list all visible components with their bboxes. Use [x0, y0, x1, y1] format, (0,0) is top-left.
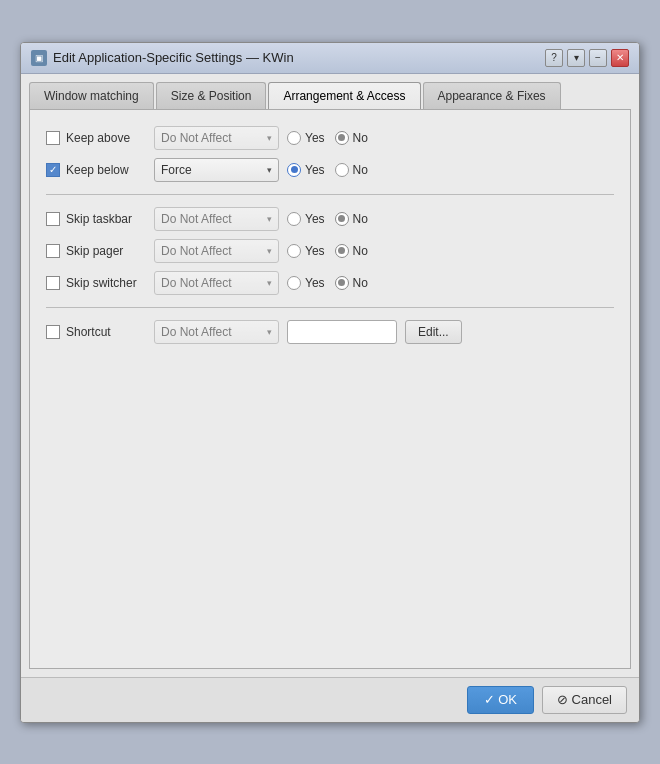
- keep-above-dropdown-arrow: ▾: [267, 133, 272, 143]
- skip-switcher-radio-yes[interactable]: Yes: [287, 276, 325, 290]
- row-shortcut: Shortcut Do Not Affect ▾ Edit...: [46, 320, 614, 344]
- close-button[interactable]: ✕: [611, 49, 629, 67]
- row-keep-above: Keep above Do Not Affect ▾ Yes No: [46, 126, 614, 150]
- skip-taskbar-label-group: Skip taskbar: [46, 212, 146, 226]
- skip-taskbar-radio-group: Yes No: [287, 212, 368, 226]
- divider-2: [46, 307, 614, 308]
- tab-appearance-fixes[interactable]: Appearance & Fixes: [423, 82, 561, 109]
- row-keep-below: Keep below Force ▾ Yes No: [46, 158, 614, 182]
- keep-above-dropdown[interactable]: Do Not Affect ▾: [154, 126, 279, 150]
- shortcut-dropdown[interactable]: Do Not Affect ▾: [154, 320, 279, 344]
- help-button[interactable]: ?: [545, 49, 563, 67]
- tab-size-position[interactable]: Size & Position: [156, 82, 267, 109]
- keep-below-dropdown-arrow: ▾: [267, 165, 272, 175]
- skip-taskbar-dropdown[interactable]: Do Not Affect ▾: [154, 207, 279, 231]
- tab-content-arrangement: Keep above Do Not Affect ▾ Yes No: [29, 109, 631, 669]
- keep-below-checkbox[interactable]: [46, 163, 60, 177]
- shortcut-dropdown-arrow: ▾: [267, 327, 272, 337]
- keep-below-radio-group: Yes No: [287, 163, 368, 177]
- skip-switcher-label: Skip switcher: [66, 276, 137, 290]
- main-window: ▣ Edit Application-Specific Settings — K…: [20, 42, 640, 723]
- window-icon: ▣: [31, 50, 47, 66]
- edit-button[interactable]: Edit...: [405, 320, 462, 344]
- keep-below-label: Keep below: [66, 163, 129, 177]
- divider-1: [46, 194, 614, 195]
- skip-taskbar-radio-no-circle: [335, 212, 349, 226]
- skip-pager-radio-yes[interactable]: Yes: [287, 244, 325, 258]
- shortcut-label: Shortcut: [66, 325, 111, 339]
- minimize-button[interactable]: −: [589, 49, 607, 67]
- keep-above-radio-no[interactable]: No: [335, 131, 368, 145]
- ok-button[interactable]: ✓ OK: [467, 686, 534, 714]
- window-content: Window matching Size & Position Arrangem…: [21, 74, 639, 677]
- shortcut-label-group: Shortcut: [46, 325, 146, 339]
- shade-button[interactable]: ▾: [567, 49, 585, 67]
- skip-taskbar-radio-yes[interactable]: Yes: [287, 212, 325, 226]
- keep-below-dropdown[interactable]: Force ▾: [154, 158, 279, 182]
- tab-bar: Window matching Size & Position Arrangem…: [29, 82, 631, 109]
- row-skip-taskbar: Skip taskbar Do Not Affect ▾ Yes No: [46, 207, 614, 231]
- skip-switcher-radio-no[interactable]: No: [335, 276, 368, 290]
- tab-window-matching[interactable]: Window matching: [29, 82, 154, 109]
- skip-switcher-dropdown[interactable]: Do Not Affect ▾: [154, 271, 279, 295]
- skip-switcher-radio-yes-circle: [287, 276, 301, 290]
- keep-below-label-group: Keep below: [46, 163, 146, 177]
- skip-pager-dropdown[interactable]: Do Not Affect ▾: [154, 239, 279, 263]
- keep-below-radio-no[interactable]: No: [335, 163, 368, 177]
- keep-above-radio-yes[interactable]: Yes: [287, 131, 325, 145]
- shortcut-checkbox[interactable]: [46, 325, 60, 339]
- skip-pager-label: Skip pager: [66, 244, 123, 258]
- skip-taskbar-label: Skip taskbar: [66, 212, 132, 226]
- skip-taskbar-radio-no[interactable]: No: [335, 212, 368, 226]
- tab-arrangement-access[interactable]: Arrangement & Access: [268, 82, 420, 109]
- skip-switcher-radio-no-circle: [335, 276, 349, 290]
- shortcut-input[interactable]: [287, 320, 397, 344]
- skip-switcher-label-group: Skip switcher: [46, 276, 146, 290]
- keep-above-radio-no-circle: [335, 131, 349, 145]
- skip-pager-label-group: Skip pager: [46, 244, 146, 258]
- skip-pager-radio-group: Yes No: [287, 244, 368, 258]
- bottom-bar: ✓ OK ⊘ Cancel: [21, 677, 639, 722]
- skip-switcher-checkbox[interactable]: [46, 276, 60, 290]
- skip-pager-radio-no[interactable]: No: [335, 244, 368, 258]
- skip-pager-checkbox[interactable]: [46, 244, 60, 258]
- title-bar: ▣ Edit Application-Specific Settings — K…: [21, 43, 639, 74]
- skip-switcher-radio-group: Yes No: [287, 276, 368, 290]
- keep-above-checkbox[interactable]: [46, 131, 60, 145]
- skip-taskbar-radio-yes-circle: [287, 212, 301, 226]
- skip-taskbar-dropdown-arrow: ▾: [267, 214, 272, 224]
- title-bar-controls: ? ▾ − ✕: [545, 49, 629, 67]
- skip-pager-radio-no-circle: [335, 244, 349, 258]
- title-bar-left: ▣ Edit Application-Specific Settings — K…: [31, 50, 294, 66]
- keep-above-radio-group: Yes No: [287, 131, 368, 145]
- skip-taskbar-checkbox[interactable]: [46, 212, 60, 226]
- row-skip-switcher: Skip switcher Do Not Affect ▾ Yes No: [46, 271, 614, 295]
- cancel-button[interactable]: ⊘ Cancel: [542, 686, 627, 714]
- skip-pager-dropdown-arrow: ▾: [267, 246, 272, 256]
- keep-below-radio-yes[interactable]: Yes: [287, 163, 325, 177]
- keep-below-radio-no-circle: [335, 163, 349, 177]
- skip-switcher-dropdown-arrow: ▾: [267, 278, 272, 288]
- keep-above-label: Keep above: [66, 131, 130, 145]
- row-skip-pager: Skip pager Do Not Affect ▾ Yes No: [46, 239, 614, 263]
- keep-above-label-group: Keep above: [46, 131, 146, 145]
- skip-pager-radio-yes-circle: [287, 244, 301, 258]
- keep-above-radio-yes-circle: [287, 131, 301, 145]
- keep-below-radio-yes-circle: [287, 163, 301, 177]
- window-title: Edit Application-Specific Settings — KWi…: [53, 50, 294, 65]
